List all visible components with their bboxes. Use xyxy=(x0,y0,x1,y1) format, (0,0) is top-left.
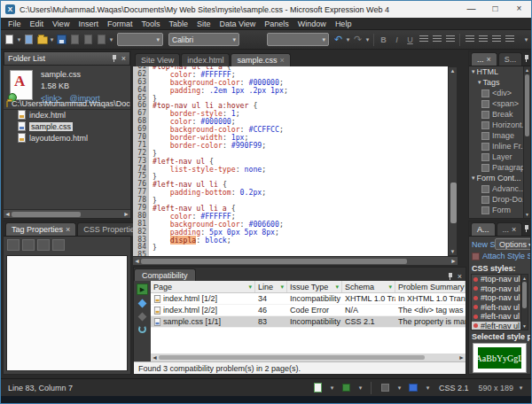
menu-table[interactable]: Table xyxy=(164,19,192,28)
open-site-icon[interactable] xyxy=(23,34,35,45)
folder-list-header[interactable]: Folder List × xyxy=(4,51,130,66)
tab-close-icon[interactable]: × xyxy=(487,56,491,64)
doctype-dropdown[interactable]: ▾ xyxy=(425,385,431,392)
redo-dropdown[interactable]: ▾ xyxy=(364,36,371,43)
align-center-icon[interactable] xyxy=(431,34,442,45)
menu-view[interactable]: View xyxy=(48,19,74,28)
code-line[interactable]: 83 displa: block; xyxy=(133,237,448,245)
toolbox-group-formcont[interactable]: ▾Form Cont... xyxy=(469,173,523,183)
chevron-down-icon[interactable]: ▾ xyxy=(472,68,475,75)
toolbox-item-horizont[interactable]: Horizont... xyxy=(469,120,523,130)
tree-item-sample.css[interactable]: sample.css xyxy=(4,120,130,132)
categorized-icon[interactable] xyxy=(7,239,20,251)
previous-result-icon[interactable] xyxy=(138,313,147,322)
toolbox-item-div[interactable]: <div> xyxy=(469,88,523,98)
pin-icon[interactable] xyxy=(447,273,454,281)
code-line[interactable]: 71 border-color: #990F99; xyxy=(133,142,448,150)
align-left-icon[interactable] xyxy=(418,34,429,45)
editor-hscrollbar[interactable]: ◄ ► xyxy=(133,256,458,265)
save-icon[interactable] xyxy=(56,34,67,45)
column-header-page[interactable]: Page▾ xyxy=(151,281,255,292)
tab-close-icon[interactable]: × xyxy=(279,57,284,65)
editor-vscrollbar[interactable]: ▲ ▼ xyxy=(448,66,458,256)
browser-preview-dropdown[interactable]: ▾ xyxy=(108,36,114,43)
toolbox-tab-S[interactable]: S... xyxy=(498,52,523,66)
attach-style-sheet-link[interactable]: Attach Style Sheet xyxy=(472,252,531,260)
toolbox-item-layer[interactable]: Layer xyxy=(469,152,523,162)
toolbox-item-image[interactable]: Image xyxy=(469,130,523,141)
visual-aids-icon[interactable] xyxy=(340,382,352,393)
visual-aids-dropdown[interactable]: ▾ xyxy=(357,385,364,392)
font-size-select[interactable]: ▾ xyxy=(267,33,329,46)
toolbox-group-tags[interactable]: ▾Tags xyxy=(469,77,523,88)
css-style-item[interactable]: #top-nav ul xyxy=(472,293,528,303)
column-filter-icon[interactable]: ▾ xyxy=(280,284,284,291)
set-properties-icon[interactable] xyxy=(37,239,50,251)
summary-icon[interactable] xyxy=(52,239,65,251)
alphabetical-icon[interactable] xyxy=(22,239,35,251)
bold-icon[interactable]: B xyxy=(378,34,389,45)
doctype-icon[interactable] xyxy=(408,382,419,393)
menu-insert[interactable]: Insert xyxy=(74,19,103,28)
code-line[interactable]: 64 padding: .2em 1px .2px 1px; xyxy=(133,87,448,95)
new-document-icon[interactable] xyxy=(4,34,15,45)
editor-tab-sample-css[interactable]: sample.css× xyxy=(231,53,290,66)
tab-close-icon[interactable]: × xyxy=(66,226,70,234)
toolbar-overflow-icon[interactable]: ▾ xyxy=(523,36,529,43)
undo-dropdown[interactable]: ▾ xyxy=(345,36,351,43)
styles-vscrollbar[interactable]: ▲ ▼ xyxy=(520,275,528,330)
editor-tab-site-view[interactable]: Site View xyxy=(135,53,180,66)
vscroll-thumb[interactable] xyxy=(450,183,457,223)
open-file-icon[interactable] xyxy=(36,34,48,45)
toolbox-tab-0[interactable]: ...× xyxy=(471,52,497,66)
code-line[interactable]: 77 padding-bottom: 0.2px; xyxy=(133,189,448,197)
menu-tools[interactable]: Tools xyxy=(137,19,164,28)
style-application-dropdown[interactable]: ▾ xyxy=(396,385,403,392)
column-filter-icon[interactable]: ▾ xyxy=(335,284,339,291)
compatibility-hscrollbar[interactable]: ◄► xyxy=(151,354,466,361)
new-document-dropdown[interactable]: ▾ xyxy=(16,36,22,43)
run-checker-icon[interactable]: ▶ xyxy=(137,284,148,295)
menu-panels[interactable]: Panels xyxy=(260,19,293,28)
code-line[interactable]: 84} xyxy=(133,244,448,252)
pin-icon[interactable] xyxy=(523,225,530,233)
decrease-indent-icon[interactable] xyxy=(490,34,502,45)
tree-item-index.html[interactable]: index.html xyxy=(4,109,130,120)
column-header-problem-summary[interactable]: Problem Summary▾ xyxy=(395,281,466,292)
close-panel-icon[interactable]: × xyxy=(121,55,126,63)
underline-icon[interactable]: U xyxy=(404,34,416,45)
numbered-list-icon[interactable] xyxy=(464,34,475,45)
column-header-schema[interactable]: Schema▾ xyxy=(342,281,395,292)
browser-preview-icon[interactable] xyxy=(96,34,107,45)
tab-close-icon[interactable]: × xyxy=(512,226,516,234)
chevron-down-icon[interactable]: ▾ xyxy=(478,79,481,86)
style-application-icon[interactable] xyxy=(379,382,391,393)
toolbox-item-form[interactable]: Form xyxy=(469,205,523,215)
chevron-down-icon[interactable]: ▾ xyxy=(472,175,475,182)
maximize-button[interactable]: □ xyxy=(483,1,507,18)
menu-file[interactable]: File xyxy=(4,19,26,28)
italic-icon[interactable]: I xyxy=(391,34,403,45)
print-icon[interactable] xyxy=(69,34,81,45)
column-filter-icon[interactable]: ▾ xyxy=(248,284,252,291)
open-dropdown[interactable]: ▾ xyxy=(49,36,55,43)
next-result-icon[interactable] xyxy=(138,299,147,308)
undo-icon[interactable]: ↶ xyxy=(332,34,344,45)
menu-site[interactable]: Site xyxy=(192,19,215,28)
compatibility-row[interactable]: index.html [1/2]34IncompatibilityXHTML 1… xyxy=(151,293,466,305)
toolbox-item-break[interactable]: Break xyxy=(469,109,523,120)
options-button[interactable]: Options▾ xyxy=(495,238,531,250)
menu-help[interactable]: Help xyxy=(331,19,356,28)
folder-list-hscrollbar[interactable]: ◄ ► xyxy=(4,209,130,218)
menu-data-view[interactable]: Data View xyxy=(215,19,260,28)
code-editor[interactable]: 61#top-nav ul li a {62 color: #FFFFFF;63… xyxy=(133,66,448,256)
tagprop-tab-TagProperties[interactable]: Tag Properties× xyxy=(5,222,76,236)
applystyles-tab-1[interactable]: ...× xyxy=(497,222,523,236)
increase-indent-icon[interactable] xyxy=(504,34,515,45)
redo-icon[interactable]: ↷ xyxy=(352,34,364,45)
menu-edit[interactable]: Edit xyxy=(26,19,49,28)
column-header-line[interactable]: Line▾ xyxy=(255,281,287,292)
column-filter-icon[interactable]: ▾ xyxy=(465,284,466,291)
menu-window[interactable]: Window xyxy=(293,19,331,28)
applystyles-tab-A[interactable]: A... xyxy=(471,222,496,236)
